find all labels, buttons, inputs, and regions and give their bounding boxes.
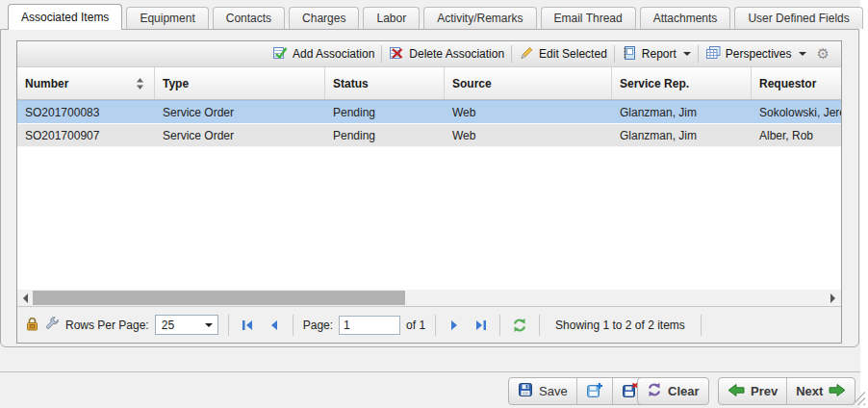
cell-number: SO201700907 xyxy=(17,129,155,142)
pager-separator xyxy=(701,315,702,336)
prev-next-button-group: Prev Next xyxy=(718,377,855,405)
right-triangle-icon xyxy=(830,293,840,303)
scroll-left-arrow[interactable] xyxy=(17,290,33,306)
bottom-action-bar: Save xyxy=(0,371,860,408)
left-triangle-icon xyxy=(18,293,28,303)
rows-per-page-label: Rows Per Page: xyxy=(65,319,149,332)
table-header: Number Type Status Source Service Rep. R… xyxy=(17,67,842,100)
cell-source: Web xyxy=(445,106,612,119)
cell-type: Service Order xyxy=(155,106,325,119)
column-header-number[interactable]: Number xyxy=(17,67,155,99)
save-close-floppy-icon xyxy=(622,382,639,401)
save-button-group: Save xyxy=(508,377,649,405)
page-label: Page: xyxy=(303,319,333,332)
cell-requestor: Alber, Rob xyxy=(752,129,842,142)
clear-button[interactable]: Clear xyxy=(638,378,708,404)
column-header-service-rep[interactable]: Service Rep. xyxy=(612,67,752,99)
tab-contacts[interactable]: Contacts xyxy=(213,7,285,29)
tab-associated-items[interactable]: Associated Items xyxy=(8,4,122,30)
cell-number: SO201700083 xyxy=(17,106,155,119)
page-of-label: of 1 xyxy=(406,319,425,332)
first-page-button[interactable] xyxy=(239,316,258,335)
scrollbar-thumb[interactable] xyxy=(33,291,405,305)
chevron-down-icon xyxy=(799,52,806,60)
green-right-arrow-icon xyxy=(829,383,846,400)
cell-requestor: Sokolowski, Jerem xyxy=(752,106,842,119)
table-row[interactable]: SO201700907 Service Order Pending Web Gl… xyxy=(17,124,842,147)
wrench-icon[interactable] xyxy=(45,317,60,334)
clear-button-group: Clear xyxy=(637,377,709,405)
pager-separator xyxy=(435,315,436,336)
green-left-arrow-icon xyxy=(728,383,745,400)
clear-refresh-icon xyxy=(647,382,662,400)
tab-attachments[interactable]: Attachments xyxy=(640,7,731,29)
app-window: Associated Items Equipment Contacts Char… xyxy=(0,0,860,408)
horizontal-scrollbar[interactable] xyxy=(17,290,841,306)
associated-items-grid: Add Association Delete Association xyxy=(16,40,842,344)
cell-service-rep: Glanzman, Jim xyxy=(612,106,752,119)
scrollbar-track[interactable] xyxy=(33,290,826,306)
save-and-new-button[interactable] xyxy=(576,378,612,404)
column-header-source[interactable]: Source xyxy=(445,67,612,99)
page-number-input[interactable] xyxy=(339,316,400,335)
save-floppy-icon xyxy=(518,382,533,400)
pager-separator xyxy=(499,315,500,336)
prev-page-button[interactable] xyxy=(264,316,283,335)
next-page-button[interactable] xyxy=(446,316,465,335)
edit-selected-button[interactable]: Edit Selected xyxy=(512,43,614,64)
column-header-requestor[interactable]: Requestor xyxy=(752,67,842,99)
lock-icon[interactable] xyxy=(25,317,39,334)
report-icon xyxy=(622,45,637,64)
add-association-button[interactable]: Add Association xyxy=(266,43,381,64)
cell-service-rep: Glanzman, Jim xyxy=(612,129,752,142)
cell-status: Pending xyxy=(325,106,445,119)
save-new-floppy-icon xyxy=(586,382,603,401)
pager-separator xyxy=(539,315,540,336)
refresh-icon[interactable] xyxy=(510,316,529,335)
add-association-icon xyxy=(272,45,288,64)
grid-toolbar: Add Association Delete Association xyxy=(17,41,841,67)
tab-content-panel: Add Association Delete Association xyxy=(0,29,859,347)
perspectives-button[interactable]: Perspectives xyxy=(699,43,813,64)
delete-association-button[interactable]: Delete Association xyxy=(382,43,511,64)
pager-bar: Rows Per Page: 25 Page: of 1 xyxy=(17,306,841,343)
tab-labor[interactable]: Labor xyxy=(363,7,420,29)
pager-separator xyxy=(293,315,294,336)
cell-source: Web xyxy=(445,129,612,142)
pencil-icon xyxy=(519,45,534,64)
perspectives-icon xyxy=(705,45,721,64)
tab-bar: Associated Items Equipment Contacts Char… xyxy=(8,4,863,29)
grid-empty-area xyxy=(17,147,841,290)
tab-activity-remarks[interactable]: Activity/Remarks xyxy=(423,7,536,29)
chevron-down-icon xyxy=(205,323,213,331)
rows-per-page-select[interactable]: 25 xyxy=(155,315,218,335)
showing-items-status: Showing 1 to 2 of 2 items xyxy=(549,319,691,332)
report-button[interactable]: Report xyxy=(615,43,698,64)
delete-association-icon xyxy=(389,45,404,64)
tab-user-defined-fields[interactable]: User Defined Fields xyxy=(734,7,862,29)
tab-email-thread[interactable]: Email Thread xyxy=(541,7,636,29)
table-row[interactable]: SO201700083 Service Order Pending Web Gl… xyxy=(17,100,842,124)
pager-separator xyxy=(228,315,229,336)
chevron-down-icon xyxy=(683,52,691,60)
column-header-type[interactable]: Type xyxy=(155,67,325,99)
prev-button[interactable]: Prev xyxy=(719,378,786,404)
column-header-status[interactable]: Status xyxy=(325,67,445,99)
cell-status: Pending xyxy=(325,129,445,142)
last-page-button[interactable] xyxy=(471,316,490,335)
sort-icon[interactable] xyxy=(136,77,144,90)
next-button[interactable]: Next xyxy=(786,378,855,404)
scroll-right-arrow[interactable] xyxy=(826,290,841,306)
tab-charges[interactable]: Charges xyxy=(289,7,359,29)
gear-icon[interactable]: ⚙ xyxy=(813,45,835,63)
save-button[interactable]: Save xyxy=(509,378,576,404)
cell-type: Service Order xyxy=(155,129,325,142)
tab-equipment[interactable]: Equipment xyxy=(126,7,208,29)
